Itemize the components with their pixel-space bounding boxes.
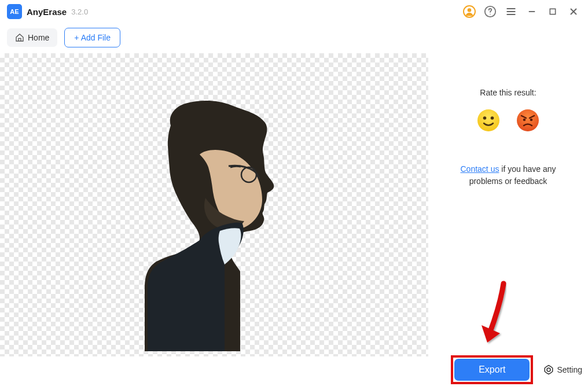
app-name: AnyErase — [27, 7, 67, 17]
minimize-icon[interactable] — [524, 4, 539, 19]
right-panel: Rate this result: — [428, 53, 588, 390]
title-left: AE AnyErase 3.2.0 — [7, 4, 88, 19]
export-highlight-annotation: Export — [451, 355, 533, 384]
home-icon — [15, 33, 24, 42]
app-logo-text: AE — [10, 8, 19, 15]
help-icon[interactable] — [483, 4, 498, 19]
setting-button[interactable]: Setting — [543, 365, 582, 375]
menu-icon[interactable] — [504, 4, 519, 19]
svg-point-14 — [483, 116, 487, 120]
result-image — [116, 97, 289, 351]
add-file-label: + Add File — [74, 33, 111, 42]
close-icon[interactable] — [566, 4, 581, 19]
bottom-bar: Export Setting — [451, 355, 582, 384]
export-button[interactable]: Export — [454, 359, 530, 381]
app-version: 3.2.0 — [71, 8, 88, 16]
svg-point-1 — [468, 8, 472, 12]
main-area: Rate this result: — [0, 53, 588, 390]
gear-icon — [543, 365, 554, 375]
svg-point-15 — [491, 116, 494, 120]
svg-marker-19 — [545, 366, 553, 374]
home-label: Home — [28, 33, 49, 42]
emoji-row — [477, 109, 539, 132]
app-logo: AE — [7, 4, 22, 19]
svg-point-17 — [523, 119, 526, 122]
title-bar: AE AnyErase 3.2.0 — [0, 0, 588, 23]
add-file-button[interactable]: + Add File — [64, 28, 120, 47]
svg-rect-8 — [550, 9, 555, 14]
account-icon[interactable] — [462, 4, 477, 19]
svg-point-13 — [477, 109, 499, 131]
image-canvas[interactable] — [0, 53, 428, 356]
contact-us-link[interactable]: Contact us — [461, 164, 499, 174]
svg-point-18 — [530, 119, 533, 122]
svg-point-20 — [547, 368, 550, 371]
rate-label: Rate this result: — [480, 88, 536, 97]
maximize-icon[interactable] — [545, 4, 560, 19]
setting-label: Setting — [557, 365, 582, 374]
svg-point-16 — [517, 109, 539, 131]
angry-emoji-icon[interactable] — [516, 109, 539, 132]
happy-emoji-icon[interactable] — [477, 109, 500, 132]
feedback-text: Contact us if you have any problems or f… — [444, 163, 572, 187]
home-button[interactable]: Home — [7, 28, 57, 47]
toolbar: Home + Add File — [0, 23, 588, 53]
svg-point-3 — [490, 14, 490, 14]
export-label: Export — [479, 365, 505, 374]
window-controls — [462, 4, 581, 19]
